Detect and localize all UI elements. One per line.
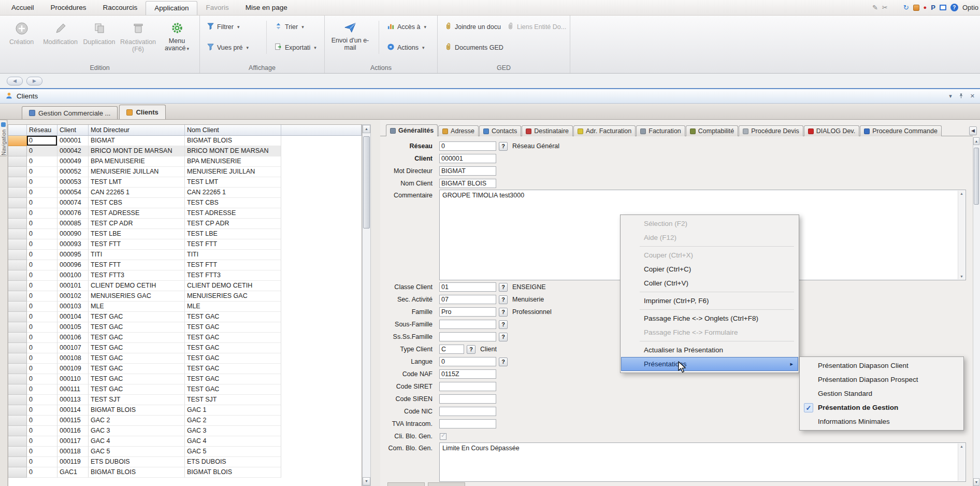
column-header-reseau[interactable]: Réseau <box>27 125 57 136</box>
row-selector[interactable] <box>8 270 27 281</box>
grid-scrollbar[interactable]: ▲ ▼ <box>362 124 371 486</box>
submenu-item[interactable]: ✓ Présentation Diapason Client <box>800 359 963 373</box>
detail-tab[interactable]: Facturation <box>636 125 685 136</box>
document-tab[interactable]: Clients <box>119 105 165 119</box>
scroll-down-button[interactable]: ▼ <box>363 477 370 485</box>
row-selector[interactable] <box>8 447 27 457</box>
menu-item[interactable]: Mise en page <box>237 0 296 15</box>
creation-button[interactable]: Création <box>2 17 41 63</box>
table-row[interactable]: 0 000117 GAC 4 GAC 4 <box>8 436 362 447</box>
table-row[interactable]: 0 000105 TEST GAC TEST GAC <box>8 322 362 333</box>
ged-documents-button[interactable]: Documents GED <box>442 41 506 54</box>
row-selector[interactable] <box>8 333 27 343</box>
table-row[interactable]: 0 000104 TEST GAC TEST GAC <box>8 312 362 322</box>
row-selector[interactable] <box>8 250 27 260</box>
context-menu-item[interactable]: Actualiser la Présentation ▸ <box>621 343 798 357</box>
scroll-up-button[interactable]: ▲ <box>363 125 370 133</box>
scroll-down-button[interactable]: ▼ <box>973 478 979 486</box>
cut-icon[interactable]: ✂ <box>882 4 888 11</box>
table-row[interactable]: 0 000114 BIGMAT BLOIS GAC 1 <box>8 405 362 416</box>
table-row[interactable]: 0 000107 TEST GAC TEST GAC <box>8 343 362 353</box>
field-input[interactable]: BIGMAT BLOIS <box>439 179 496 188</box>
row-selector[interactable] <box>8 291 27 302</box>
context-menu-item[interactable]: ▸ <box>621 339 798 343</box>
table-row[interactable]: 0 000049 BPA MENUISERIE BPA MENUISERIE <box>8 156 362 167</box>
record-icon[interactable]: ● <box>924 5 927 10</box>
detail-tab[interactable]: Adresse <box>438 125 479 136</box>
reactivation-button[interactable]: Réactivation (F6) <box>119 17 157 63</box>
context-menu-item[interactable]: ▸ <box>621 308 798 311</box>
tab-scroll-left-button[interactable]: ◀ <box>969 126 977 135</box>
field-input[interactable] <box>439 332 496 341</box>
predefined-views-button[interactable]: Vues pré▾ <box>204 41 251 54</box>
context-menu-item[interactable]: Aide (F12) ▸ <box>621 231 798 245</box>
row-selector[interactable] <box>8 281 27 291</box>
textarea-scrollbar[interactable]: ▲ <box>958 444 965 481</box>
scroll-up-button[interactable]: ▲ <box>973 137 979 145</box>
table-row[interactable]: 0 000074 TEST CBS TEST CBS <box>8 198 362 208</box>
row-selector[interactable] <box>8 374 27 384</box>
export-button[interactable]: Exportati▾ <box>272 41 319 54</box>
table-row[interactable]: 0 000101 CLIENT DEMO CETIH CLIENT DEMO C… <box>8 281 362 291</box>
row-selector[interactable] <box>8 405 27 416</box>
refresh-icon[interactable]: ↻ <box>903 4 909 11</box>
row-selector[interactable] <box>8 312 27 322</box>
lookup-button[interactable]: ? <box>467 345 475 354</box>
scrollbar-thumb[interactable] <box>363 136 370 228</box>
detail-tab[interactable]: Destinataire <box>522 125 573 136</box>
lookup-button[interactable]: ? <box>499 358 508 366</box>
lookup-button[interactable]: ? <box>499 142 508 151</box>
menu-item[interactable]: Application <box>146 1 197 15</box>
close-icon[interactable]: ✕ <box>970 93 975 99</box>
scroll-down-icon[interactable]: ▼ <box>958 275 965 278</box>
row-selector[interactable] <box>8 384 27 395</box>
side-tab[interactable]: Navigation <box>0 120 7 156</box>
row-selector[interactable] <box>8 136 27 146</box>
detail-scrollbar[interactable]: ▲ ▼ <box>973 137 980 486</box>
scroll-up-icon[interactable]: ▲ <box>958 192 965 195</box>
table-row[interactable]: 0 000001 BIGMAT BIGMAT BLOIS <box>8 136 362 146</box>
table-row[interactable]: 0 000111 TEST GAC TEST GAC <box>8 384 362 395</box>
modification-button[interactable]: Modification <box>41 17 80 63</box>
field-input[interactable] <box>439 382 496 391</box>
actions-button[interactable]: Actions▾ <box>384 41 429 54</box>
table-row[interactable]: 0 000042 BRICO MONT DE MARSAN BRICO MONT… <box>8 146 362 156</box>
row-selector[interactable] <box>8 436 27 447</box>
table-row[interactable]: 0 000053 TEST LMT TEST LMT <box>8 177 362 188</box>
table-row[interactable]: 0 000110 TEST GAC TEST GAC <box>8 374 362 384</box>
send-email-button[interactable]: Envoi d'un e-mail <box>329 17 371 62</box>
back-button[interactable]: ◀ <box>7 77 23 85</box>
menu-item[interactable]: Procédures <box>42 0 95 15</box>
table-row[interactable]: 0 000076 TEST ADRESSE TEST ADRESSE <box>8 208 362 219</box>
entity-links-button[interactable]: Liens Entité Do... <box>504 21 569 33</box>
advanced-menu-button[interactable]: Menu avancé▾ <box>157 17 196 63</box>
attach-document-button[interactable]: Joindre un docu <box>442 21 506 33</box>
row-selector[interactable] <box>8 146 27 156</box>
context-menu-item[interactable]: Couper (Ctrl+X) ▸ <box>621 248 798 262</box>
row-selector[interactable] <box>8 260 27 270</box>
access-button[interactable]: Accès à▾ <box>384 21 429 33</box>
options-label[interactable]: Optio <box>962 4 978 11</box>
field-input[interactable]: BIGMAT <box>439 166 496 176</box>
table-row[interactable]: 0 000118 GAC 5 GAC 5 <box>8 447 362 457</box>
paint-icon[interactable] <box>913 5 919 11</box>
column-header-nom-client[interactable]: Nom Client <box>185 125 281 136</box>
detail-tab[interactable]: Procédure Devis <box>739 125 803 136</box>
lookup-button[interactable]: ? <box>499 320 508 329</box>
row-selector[interactable] <box>8 467 27 478</box>
field-input[interactable] <box>439 394 496 404</box>
row-selector[interactable] <box>8 353 27 364</box>
row-selector[interactable] <box>8 177 27 188</box>
field-input[interactable] <box>439 419 496 428</box>
table-row[interactable]: 0 000115 GAC 2 GAC 2 <box>8 416 362 426</box>
table-row[interactable]: 0 000096 TEST FTT TEST FTT <box>8 260 362 270</box>
table-row[interactable]: 0 000113 TEST SJT TEST SJT <box>8 395 362 405</box>
table-row[interactable]: 0 000106 TEST GAC TEST GAC <box>8 333 362 343</box>
textarea-scrollbar[interactable]: ▲ ▼ <box>958 191 965 279</box>
table-row[interactable]: 0 000090 TEST LBE TEST LBE <box>8 229 362 239</box>
document-tab[interactable]: Gestion Commerciale ... <box>22 106 118 119</box>
context-menu-item[interactable]: Coller (Ctrl+V) ▸ <box>621 276 798 290</box>
bottom-button-partial[interactable] <box>387 482 425 486</box>
detail-tab[interactable]: Comptabilité <box>686 125 738 136</box>
field-input[interactable]: 000001 <box>439 154 496 163</box>
